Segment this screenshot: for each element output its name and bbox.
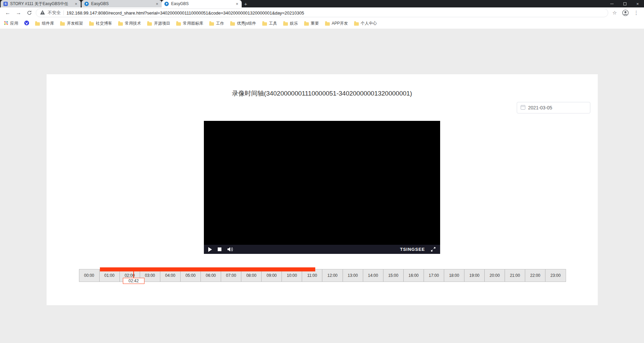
timeline-hour-cell[interactable]: 22:00 (525, 269, 545, 282)
baidu-favicon-icon[interactable] (24, 21, 29, 26)
timeline-hour-label: 06:00 (206, 273, 216, 278)
folder-icon (35, 22, 40, 26)
bookmark-folder[interactable]: 娱乐 (283, 21, 298, 26)
timeline-hour-cell[interactable]: 18:00 (444, 269, 464, 282)
browser-tab-1[interactable]: STORY #111 关于EasyGBS中任 × (1, 0, 81, 7)
url-text: 192.168.99.147:8080/record_share.html?se… (66, 10, 304, 16)
calendar-icon (520, 105, 526, 111)
browser-tab-3-active[interactable]: EasyGBS × (162, 0, 242, 7)
bookmark-folder-list: 组件库 开发框架 社交博客 常用技术 开源项目 (35, 21, 377, 26)
maximize-button[interactable] (618, 0, 631, 7)
tab-close-icon[interactable]: × (74, 2, 78, 6)
folder-icon (89, 22, 94, 26)
timeline-hour-cell[interactable]: 12:00 (322, 269, 343, 282)
browser-toolbar: ← → 不安全 192.168.99.147:8080/record_share… (0, 7, 644, 18)
address-bar[interactable]: 不安全 192.168.99.147:8080/record_share.htm… (36, 8, 608, 17)
bookmark-folder[interactable]: 常用图标库 (176, 21, 203, 26)
bookmark-folder[interactable]: 组件库 (35, 21, 54, 26)
bookmark-label: 个人中心 (361, 21, 377, 26)
bookmark-folder[interactable]: 优秀js组件 (230, 21, 256, 26)
timeline-hour-label: 12:00 (327, 273, 338, 278)
date-picker[interactable]: 2021-03-05 (517, 102, 590, 113)
story-favicon-icon (3, 2, 8, 6)
timeline-hour-cell[interactable]: 16:00 (404, 269, 424, 282)
timeline-hour-cell[interactable]: 15:00 (383, 269, 404, 282)
folder-icon (354, 22, 359, 26)
bookmark-folder[interactable]: 工具 (262, 21, 277, 26)
timeline-hour-label: 17:00 (429, 273, 439, 278)
folder-icon (176, 22, 181, 26)
timeline-hour-cell[interactable]: 21:00 (505, 269, 525, 282)
timeline-hour-label: 16:00 (408, 273, 419, 278)
timeline-hour-cell[interactable]: 14:00 (363, 269, 383, 282)
timeline-hour-label: 14:00 (368, 273, 378, 278)
timeline-hour-cell[interactable]: 13:00 (343, 269, 363, 282)
fullscreen-icon[interactable] (431, 247, 436, 252)
bookmark-label: 常用技术 (125, 21, 141, 26)
browser-tab-strip: STORY #111 关于EasyGBS中任 × EasyGBS × EasyG… (0, 0, 644, 7)
tab-close-icon[interactable]: × (155, 2, 159, 6)
easygbs-favicon-icon (84, 2, 89, 6)
timeline-hour-label: 15:00 (388, 273, 398, 278)
browser-tab-2[interactable]: EasyGBS × (82, 0, 162, 7)
tab-close-icon[interactable]: × (235, 2, 239, 6)
back-icon[interactable]: ← (3, 8, 12, 17)
new-tab-button[interactable]: + (242, 0, 250, 7)
bookmark-apps[interactable]: 应用 (4, 21, 18, 26)
timeline-hour-label: 13:00 (348, 273, 358, 278)
bookmark-label: 开源项目 (154, 21, 170, 26)
timeline-hour-cell[interactable]: 17:00 (424, 269, 444, 282)
timeline-tooltip: 02:42 (123, 278, 144, 284)
timeline-hour-label: 18:00 (449, 273, 459, 278)
bookmark-folder[interactable]: 常用技术 (118, 21, 141, 26)
refresh-icon[interactable] (25, 8, 34, 17)
folder-icon (283, 22, 288, 26)
timeline-hour-label: 10:00 (287, 273, 297, 278)
timeline[interactable]: 00:00 01:00 02:00 03:00 04:0 (79, 267, 566, 285)
stop-button[interactable] (218, 247, 221, 251)
bookmark-folder[interactable]: 重要 (304, 21, 319, 26)
bookmark-folder[interactable]: 开发框架 (60, 21, 83, 26)
content-card: 录像时间轴(34020000001110000051-3402000000132… (47, 74, 598, 305)
timeline-hour-cell[interactable]: 20:00 (485, 269, 505, 282)
timeline-hour-cell[interactable]: 00:00 (79, 269, 100, 282)
bookmark-folder[interactable]: 个人中心 (354, 21, 377, 26)
timeline-hour-cell[interactable]: 19:00 (464, 269, 485, 282)
menu-kebab-icon[interactable]: ⋮ (632, 8, 641, 17)
close-button[interactable]: × (631, 0, 644, 7)
security-label: 不安全 (48, 10, 61, 16)
tab-separator (81, 2, 81, 6)
player-controls: TSINGSEE (204, 245, 440, 254)
timeline-hour-label: 19:00 (469, 273, 480, 278)
bookmark-folder[interactable]: APP开发 (325, 21, 348, 26)
timeline-hour-label: 00:00 (84, 273, 94, 278)
play-button[interactable] (208, 247, 212, 252)
bookmark-label: 常用图标库 (183, 21, 203, 26)
tab-title: EasyGBS (91, 1, 153, 6)
timeline-hour-label: 07:00 (226, 273, 236, 278)
bookmark-folder[interactable]: 开源项目 (147, 21, 170, 26)
bookmark-star-icon[interactable]: ☆ (610, 8, 619, 17)
timeline-hour-label: 08:00 (246, 273, 257, 278)
profile-avatar[interactable] (621, 8, 630, 17)
bookmark-folder[interactable]: 工作 (209, 21, 224, 26)
video-player[interactable]: TSINGSEE (204, 121, 440, 254)
forward-icon[interactable]: → (14, 8, 23, 17)
timeline-hour-label: 23:00 (551, 273, 561, 278)
minimize-button[interactable] (606, 0, 618, 7)
timeline-hour-label: 04:00 (165, 273, 175, 278)
folder-icon (262, 22, 267, 26)
bookmark-label: 重要 (311, 21, 319, 26)
bookmark-folder[interactable]: 社交博客 (89, 21, 112, 26)
folder-icon (60, 22, 65, 26)
bookmark-label: 娱乐 (290, 21, 298, 26)
folder-icon (325, 22, 330, 26)
omnibox-divider (63, 10, 64, 15)
timeline-recording-bar (100, 267, 315, 271)
tab-title: STORY #111 关于EasyGBS中任 (10, 1, 72, 7)
timeline-hour-label: 03:00 (145, 273, 155, 278)
timeline-hour-cell[interactable]: 23:00 (545, 269, 565, 282)
bookmark-label: 组件库 (42, 21, 54, 26)
timeline-hour-label: 01:00 (104, 273, 114, 278)
volume-icon[interactable] (227, 247, 234, 252)
